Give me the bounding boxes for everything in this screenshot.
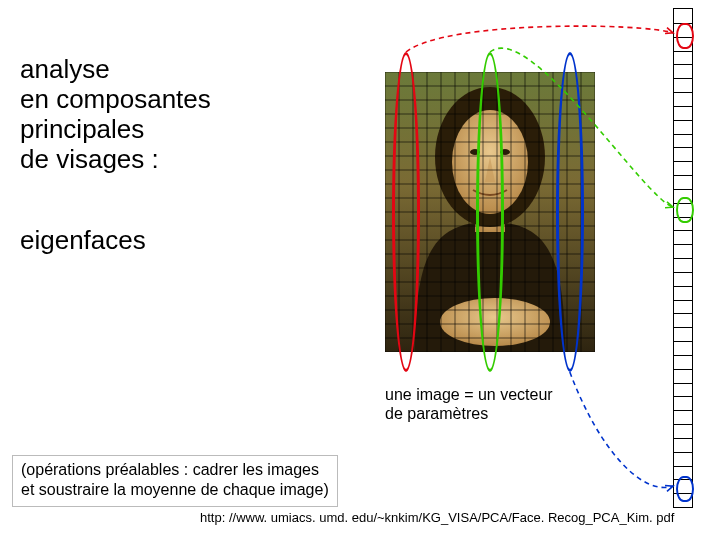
- face-image: [385, 72, 595, 352]
- title-line: analyse: [20, 55, 211, 85]
- preprocessing-note: (opérations préalables : cadrer les imag…: [12, 455, 338, 507]
- image-equals-vector-caption: une image = un vecteur de paramètres: [385, 385, 553, 423]
- caption-line: de paramètres: [385, 404, 553, 423]
- caption-line: une image = un vecteur: [385, 385, 553, 404]
- mapping-arrow-blue: [570, 372, 673, 487]
- note-line: (opérations préalables : cadrer les imag…: [21, 460, 329, 480]
- slide-subtitle: eigenfaces: [20, 225, 146, 256]
- note-line: et soustraire la moyenne de chaque image…: [21, 480, 329, 500]
- column-ellipse-green: [476, 52, 504, 372]
- vector-mark-red: [676, 23, 694, 49]
- mapping-arrow-red: [406, 26, 673, 52]
- title-line: principales: [20, 115, 211, 145]
- title-line: en composantes: [20, 85, 211, 115]
- source-url: http: //www. umiacs. umd. edu/~knkim/KG_…: [200, 510, 674, 525]
- parameter-vector: [673, 8, 693, 508]
- title-line: de visages :: [20, 145, 211, 175]
- slide-title: analyse en composantes principales de vi…: [20, 55, 211, 175]
- vector-mark-green: [676, 197, 694, 223]
- column-ellipse-blue: [556, 52, 584, 372]
- vector-mark-blue: [676, 476, 694, 502]
- column-ellipse-red: [392, 52, 420, 372]
